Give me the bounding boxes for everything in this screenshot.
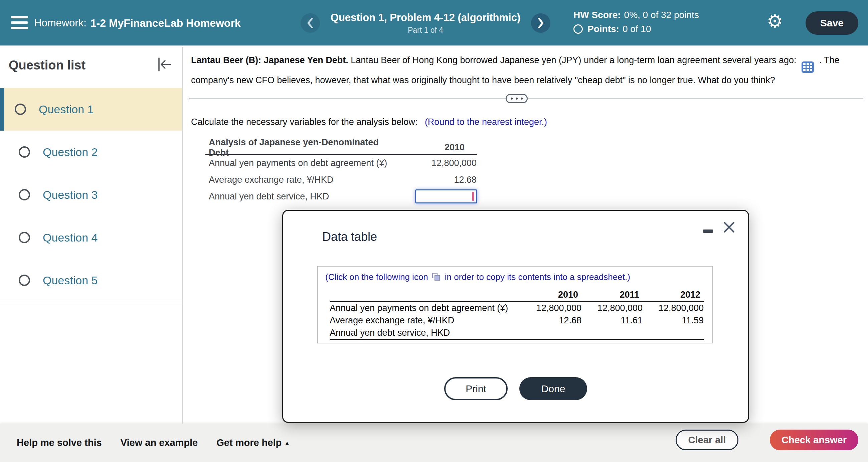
row-value: 12,800,000	[391, 158, 477, 168]
answer-input-wrapper	[415, 189, 477, 204]
menu-icon[interactable]	[11, 16, 28, 30]
instruction-line: Calculate the necessary variables for th…	[191, 117, 547, 127]
answer-input[interactable]	[415, 189, 477, 204]
points-line: Points: 0 of 10	[574, 22, 699, 36]
analysis-header-year: 2010	[391, 142, 477, 153]
question-list: Question 1 Question 2 Question 3 Questio…	[0, 88, 182, 302]
close-icon[interactable]	[723, 221, 736, 234]
footer-links: Help me solve this View an example Get m…	[17, 424, 290, 462]
problem-title: Lantau Beer (B): Japanese Yen Debt.	[191, 55, 348, 65]
sidebar-item-question-2[interactable]: Question 2	[0, 131, 182, 173]
section-divider	[189, 98, 863, 99]
text-caret	[472, 192, 474, 201]
cell-value: 12,800,000	[520, 303, 582, 313]
question-list-divider	[0, 302, 182, 302]
footer-bar: Help me solve this View an example Get m…	[0, 424, 868, 462]
question-header: Question 1, Problem 4-12 (algorithmic) P…	[329, 12, 522, 35]
question-nav: Question 1, Problem 4-12 (algorithmic) P…	[301, 0, 550, 46]
settings-gear-icon[interactable]: ⚙	[767, 12, 783, 30]
question-radio-icon	[19, 275, 30, 286]
dialog-table-panel: (Click on the following icon in order to…	[317, 266, 713, 343]
instruction-text: Calculate the necessary variables for th…	[191, 117, 417, 127]
dialog-table-header: 2010 2011 2012	[330, 289, 704, 302]
points-circle-icon	[574, 24, 583, 34]
copy-table-icon[interactable]	[432, 273, 441, 282]
question-item-label: Question 1	[39, 103, 94, 116]
divider-ellipsis-button[interactable]	[506, 94, 528, 103]
table-row: Annual yen debt service, HKD	[206, 188, 477, 205]
row-label: Annual yen debt service, HKD	[206, 191, 415, 202]
copy-hint-after: in order to copy its contents into a spr…	[445, 272, 630, 282]
points-label: Points:	[587, 22, 619, 36]
row-label: Average exchange rate, ¥/HKD	[206, 175, 391, 185]
table-row: Annual yen debt service, HKD	[330, 327, 704, 339]
cell-value: 12,800,000	[643, 303, 704, 313]
dialog-data-table: 2010 2011 2012 Annual yen payments on de…	[330, 289, 704, 340]
question-radio-icon	[19, 189, 30, 201]
hw-score-value: 0%, 0 of 32 points	[624, 8, 699, 22]
question-title: Question 1, Problem 4-12 (algorithmic)	[329, 12, 522, 24]
row-label: Annual yen payments on debt agreement (¥…	[206, 158, 391, 168]
hw-score-label: HW Score:	[574, 8, 621, 22]
cell-value: 12.68	[520, 315, 582, 326]
question-radio-icon	[19, 146, 30, 158]
question-list-sidebar: Question list Question 1 Question 2 Ques…	[0, 47, 183, 424]
caret-up-icon: ▲	[284, 440, 290, 446]
table-row: Annual yen payments on debt agreement (¥…	[330, 302, 704, 314]
done-button[interactable]: Done	[519, 377, 587, 400]
dialog-title: Data table	[322, 230, 377, 244]
question-item-label: Question 2	[43, 146, 97, 159]
view-an-example-link[interactable]: View an example	[121, 437, 198, 448]
cell-value: 11.59	[643, 315, 704, 326]
dialog-table-body: Annual yen payments on debt agreement (¥…	[330, 302, 704, 340]
get-more-help-label: Get more help	[216, 437, 282, 448]
copy-hint-before: (Click on the following icon	[325, 272, 428, 282]
question-list-title: Question list	[9, 58, 86, 72]
sidebar-header: Question list	[0, 47, 182, 88]
assignment-title-prefix: Homework:	[34, 17, 87, 29]
rounding-note: (Round to the nearest integer.)	[425, 117, 547, 127]
row-value: 12.68	[391, 175, 477, 185]
question-item-label: Question 5	[43, 274, 97, 287]
cell-value: 12,800,000	[582, 303, 643, 313]
points-value: 0 of 10	[623, 22, 651, 36]
sidebar-item-question-5[interactable]: Question 5	[0, 259, 182, 302]
analysis-header-label: Analysis of Japanese yen-Denominated Deb…	[206, 137, 391, 158]
save-button[interactable]: Save	[806, 11, 858, 35]
app-header: Homework: 1-2 MyFinanceLab Homework Ques…	[0, 0, 868, 46]
question-part: Part 1 of 4	[329, 26, 522, 35]
analysis-table-header: Analysis of Japanese yen-Denominated Deb…	[206, 141, 477, 155]
row-label: Average exchange rate, ¥/HKD	[330, 315, 520, 326]
year-header: 2012	[643, 289, 704, 300]
check-answer-button[interactable]: Check answer	[770, 430, 858, 450]
page: Homework: 1-2 MyFinanceLab Homework Ques…	[0, 0, 868, 462]
minimize-icon[interactable]	[703, 225, 714, 236]
sidebar-item-question-1[interactable]: Question 1	[0, 88, 182, 131]
previous-question-button[interactable]	[301, 13, 320, 33]
hw-score-line: HW Score: 0%, 0 of 32 points	[574, 8, 699, 22]
year-header: 2010	[520, 289, 582, 300]
clear-all-button[interactable]: Clear all	[676, 430, 738, 450]
get-more-help-link[interactable]: Get more help▲	[216, 437, 290, 448]
score-block: HW Score: 0%, 0 of 32 points Points: 0 o…	[574, 8, 699, 36]
question-item-label: Question 4	[43, 231, 97, 244]
cell-value: 11.61	[582, 315, 643, 326]
print-button[interactable]: Print	[444, 377, 508, 400]
problem-text-before-icon: Lantau Beer of Hong Kong borrowed Japane…	[351, 55, 796, 65]
assignment-title-name: 1-2 MyFinanceLab Homework	[91, 17, 241, 29]
year-header: 2011	[582, 289, 643, 300]
sidebar-item-question-4[interactable]: Question 4	[0, 216, 182, 259]
assignment-title: Homework: 1-2 MyFinanceLab Homework	[34, 0, 241, 46]
analysis-table: Analysis of Japanese yen-Denominated Deb…	[206, 141, 477, 205]
next-question-button[interactable]	[531, 13, 550, 33]
table-row: Average exchange rate, ¥/HKD 12.68 11.61…	[330, 314, 704, 327]
problem-statement: Lantau Beer (B): Japanese Yen Debt. Lant…	[191, 53, 861, 88]
row-label: Annual yen payments on debt agreement (¥…	[330, 303, 520, 313]
help-me-solve-this-link[interactable]: Help me solve this	[17, 437, 102, 448]
data-table-link-icon[interactable]	[802, 61, 814, 73]
question-radio-icon	[15, 103, 26, 115]
sidebar-item-question-3[interactable]: Question 3	[0, 173, 182, 216]
copy-hint: (Click on the following icon in order to…	[325, 272, 630, 282]
table-row: Average exchange rate, ¥/HKD 12.68	[206, 172, 477, 188]
collapse-sidebar-icon[interactable]	[157, 57, 172, 72]
